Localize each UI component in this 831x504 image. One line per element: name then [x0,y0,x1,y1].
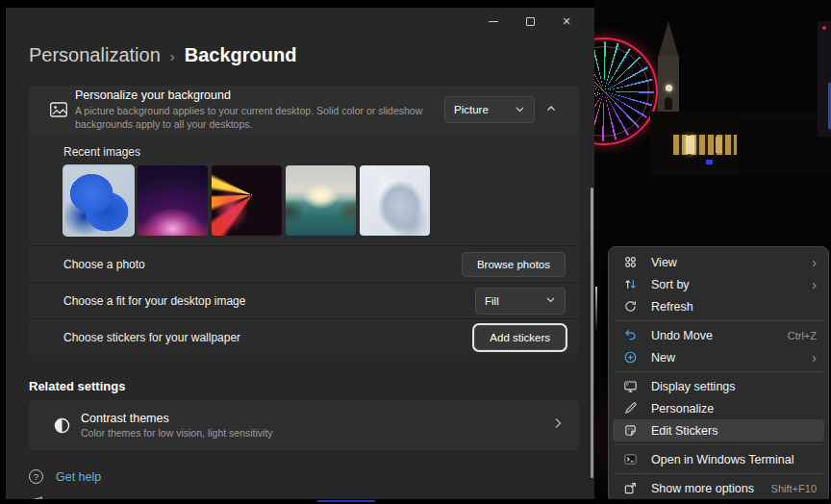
lit-window-blue [706,160,713,164]
church-spire [658,21,679,58]
settings-window: ✕ Personalization › Background Personali… [6,8,594,499]
light-streak [595,287,597,331]
menu-item-new[interactable]: New › [613,346,824,368]
refresh-icon [622,299,638,315]
recent-image-abstract-ribbons[interactable] [212,165,282,236]
recent-image-bloom-light[interactable] [360,165,430,236]
menu-label: Personalize [651,402,817,416]
personalize-brush-icon [622,401,638,416]
get-help-label: Get help [56,470,101,484]
tower-clock [666,85,672,91]
recent-image-windows-bloom-blue[interactable] [63,165,134,236]
add-stickers-button[interactable]: Add stickers [474,325,566,350]
contrast-themes-description: Color themes for low vision, light sensi… [81,427,552,439]
building-light [822,26,826,30]
menu-shortcut: Ctrl+Z [788,330,817,341]
menu-item-refresh[interactable]: Refresh [613,295,824,317]
chevron-up-icon [545,101,557,118]
menu-label: Display settings [651,380,817,393]
contrast-icon [42,416,81,435]
chevron-right-icon [552,416,564,434]
recent-image-calm-seascape[interactable] [286,165,356,236]
submenu-chevron-icon: › [812,278,817,291]
contrast-themes-card[interactable]: Contrast themes Color themes for low vis… [29,400,579,450]
menu-item-personalize[interactable]: Personalize [613,397,824,419]
menu-item-sort-by[interactable]: Sort by › [613,273,824,295]
get-help-link[interactable]: ? Get help [29,469,579,484]
card-title: Personalize your background [75,88,435,102]
desktop-context-menu: View › Sort by › Refresh Undo [608,246,829,504]
edit-stickers-icon [622,423,638,439]
screen-edge [0,499,831,504]
show-more-icon [622,481,638,496]
menu-label: Show more options [651,482,771,495]
sort-arrows-icon [622,277,638,292]
menu-item-show-more-options[interactable]: Show more options Shift+F10 [613,477,824,499]
choose-fit-label: Choose a fit for your desktop image [63,294,475,308]
menu-label: View [651,256,812,269]
menu-separator [614,444,823,445]
menu-label: Refresh [651,300,817,314]
submenu-chevron-icon: › [812,256,817,269]
menu-label: Edit Stickers [651,424,817,438]
menu-item-undo-move[interactable]: Undo Move Ctrl+Z [613,324,824,346]
menu-label: Undo Move [651,329,788,342]
breadcrumb: Personalization › Background [29,44,579,66]
recent-images-row [63,165,566,236]
tower-window [665,97,672,110]
menu-separator [614,320,823,321]
choose-photo-row: Choose a photo Browse photos [29,245,579,282]
ferris-wheel [594,38,658,145]
breadcrumb-separator: › [170,48,175,64]
close-button[interactable]: ✕ [548,10,585,33]
background-type-value: Picture [454,104,489,115]
help-icon: ? [29,469,43,484]
menu-item-open-windows-terminal[interactable]: Open in Windows Terminal [613,448,824,470]
display-settings-icon [622,379,638,394]
menu-separator [614,371,823,372]
chevron-down-icon [545,294,556,307]
choose-stickers-label: Choose stickers for your wallpaper [63,331,474,344]
terminal-icon [622,452,638,467]
lit-windows [673,135,737,155]
fit-value: Fill [485,295,499,307]
breadcrumb-personalization[interactable]: Personalization [29,44,161,66]
chevron-down-icon [515,104,525,116]
menu-label: Sort by [651,278,812,291]
minimize-button[interactable] [475,10,512,33]
desktop-edge-light [317,500,375,502]
menu-item-edit-stickers[interactable]: Edit Stickers [613,419,824,441]
choose-stickers-row: Choose stickers for your wallpaper Add s… [29,318,579,355]
contrast-themes-title: Contrast themes [81,412,552,425]
card-description: A picture background applies to your cur… [75,104,435,131]
menu-label: Open in Windows Terminal [651,453,817,466]
choose-fit-row: Choose a fit for your desktop image Fill [29,282,579,318]
choose-photo-label: Choose a photo [63,258,462,271]
background-type-dropdown[interactable]: Picture [444,96,535,123]
background-card: Personalize your background A picture ba… [29,86,579,355]
fit-dropdown[interactable]: Fill [475,288,566,315]
background-expander-header[interactable]: Personalize your background A picture ba… [29,86,579,134]
titlebar: ✕ [6,8,594,35]
lit-window [716,137,722,153]
menu-item-display-settings[interactable]: Display settings [613,375,824,397]
maximize-button[interactable] [512,10,548,33]
menu-shortcut: Shift+F10 [771,483,817,494]
picture-icon [42,100,75,119]
lit-window [686,136,694,154]
submenu-chevron-icon: › [812,351,817,365]
recent-images-label: Recent images [63,145,566,159]
new-plus-icon [622,350,638,365]
vertical-scrollbar[interactable] [591,188,593,478]
undo-icon [622,328,638,343]
related-settings-heading: Related settings [29,379,579,393]
menu-label: New [651,351,812,365]
browse-photos-button[interactable]: Browse photos [462,252,566,277]
collapse-expander-button[interactable] [535,96,567,123]
view-grid-icon [622,255,638,270]
menu-item-view[interactable]: View › [613,251,824,273]
recent-image-purple-glow[interactable] [138,165,208,236]
menu-separator [614,473,823,474]
page-title: Background [185,44,297,66]
